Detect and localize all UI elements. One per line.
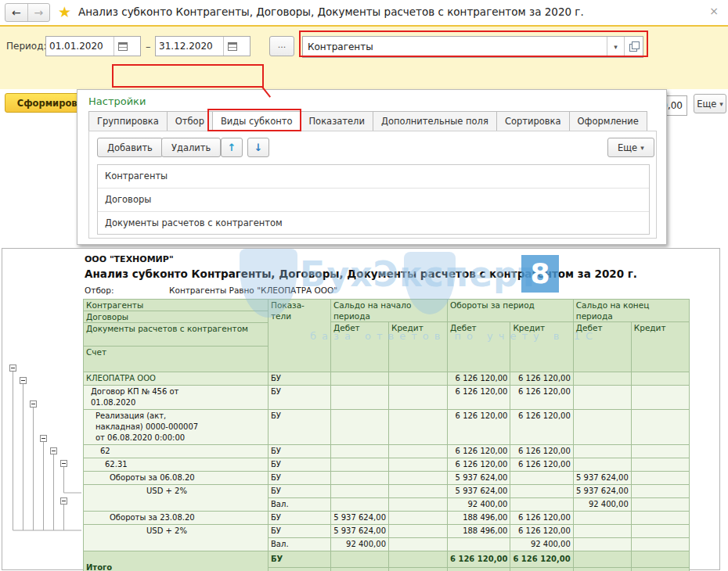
tree-collapse-button[interactable]	[60, 460, 67, 467]
value-cell[interactable]: 188 496,00	[448, 525, 510, 538]
period-from-input[interactable]	[46, 41, 114, 52]
value-cell[interactable]	[389, 472, 448, 485]
value-cell[interactable]	[389, 568, 448, 571]
value-cell[interactable]	[573, 445, 631, 458]
value-cell[interactable]: 92 400,00	[331, 538, 389, 551]
tab-appearance[interactable]: Оформление	[570, 111, 647, 131]
row-name-cell[interactable]: Обороты за 23.08.20	[84, 512, 268, 525]
value-cell[interactable]	[631, 458, 689, 472]
value-cell[interactable]	[331, 498, 389, 512]
forward-icon[interactable]: →	[28, 4, 50, 21]
value-cell[interactable]	[573, 386, 631, 410]
value-cell[interactable]	[510, 485, 573, 498]
value-cell[interactable]	[510, 498, 573, 512]
value-cell[interactable]	[510, 472, 573, 485]
value-cell[interactable]	[389, 386, 448, 410]
tab-grouping[interactable]: Группировка	[88, 111, 168, 131]
value-cell[interactable]: 6 126 120,00	[448, 445, 510, 458]
value-cell[interactable]: 6 126 120,00	[510, 458, 573, 472]
value-cell[interactable]	[389, 445, 448, 458]
list-item[interactable]: Контрагенты	[98, 165, 649, 189]
row-name-cell[interactable]: 62	[84, 445, 268, 458]
value-cell[interactable]: 6 126 120,00	[448, 458, 510, 472]
value-cell[interactable]: 6 126 120,00	[448, 551, 510, 568]
choose-icon[interactable]	[624, 37, 643, 57]
value-cell[interactable]	[389, 512, 448, 525]
row-name-cell[interactable]: Реализация (акт, накладная) 0000-000007 …	[84, 410, 268, 445]
value-cell[interactable]	[573, 410, 631, 445]
value-cell[interactable]	[631, 551, 689, 568]
value-cell[interactable]: 92 400,00	[510, 538, 573, 551]
row-name-cell[interactable]: Обороты за 06.08.20	[84, 472, 268, 485]
value-cell[interactable]	[331, 410, 389, 445]
indicator-cell[interactable]: БУ	[268, 472, 331, 485]
value-cell[interactable]	[389, 458, 448, 472]
value-cell[interactable]: 92 400,00	[448, 568, 510, 571]
delete-button[interactable]: Удалить	[161, 138, 221, 157]
value-cell[interactable]: 5 937 624,00	[573, 472, 631, 485]
row-name-cell[interactable]: USD + 2%	[84, 485, 268, 512]
indicator-cell[interactable]: БУ	[268, 525, 331, 538]
value-cell[interactable]	[631, 498, 689, 512]
indicator-cell[interactable]: БУ	[268, 386, 331, 410]
value-cell[interactable]	[631, 568, 689, 571]
tree-collapse-button[interactable]	[20, 377, 27, 384]
favorite-star-icon[interactable]: ★	[58, 3, 71, 20]
tab-sorting[interactable]: Сортировка	[497, 111, 570, 131]
value-cell[interactable]: 6 126 120,00	[448, 372, 510, 386]
value-cell[interactable]	[631, 525, 689, 538]
move-up-button[interactable]: ↑	[221, 138, 243, 157]
tree-collapse-button[interactable]	[60, 497, 67, 505]
value-cell[interactable]	[389, 410, 448, 445]
value-cell[interactable]	[573, 512, 631, 525]
value-cell[interactable]	[331, 568, 389, 571]
indicator-cell[interactable]: Вал.	[268, 498, 331, 512]
indicator-cell[interactable]: Вал.	[268, 568, 331, 571]
value-cell[interactable]: 6 126 120,00	[510, 525, 573, 538]
value-cell[interactable]	[631, 386, 689, 410]
tab-filter[interactable]: Отбор	[168, 111, 213, 131]
row-name-cell[interactable]: USD + 2%	[84, 525, 268, 551]
indicator-cell[interactable]: БУ	[268, 551, 331, 568]
value-cell[interactable]	[389, 538, 448, 551]
value-cell[interactable]	[389, 551, 448, 568]
value-cell[interactable]	[331, 472, 389, 485]
value-cell[interactable]	[631, 485, 689, 498]
row-name-cell[interactable]: КЛЕОПАТРА ООО	[84, 372, 268, 386]
value-cell[interactable]: 188 496,00	[448, 512, 510, 525]
value-cell[interactable]	[573, 525, 631, 538]
value-cell[interactable]: 5 937 624,00	[573, 485, 631, 498]
tree-collapse-button[interactable]	[40, 435, 47, 442]
move-down-button[interactable]: ↓	[247, 138, 269, 157]
indicator-cell[interactable]: БУ	[268, 410, 331, 445]
value-cell[interactable]: 6 126 120,00	[510, 372, 573, 386]
value-cell[interactable]	[631, 410, 689, 445]
value-cell[interactable]	[631, 445, 689, 458]
calendar-icon[interactable]	[223, 37, 240, 56]
indicator-cell[interactable]: БУ	[268, 485, 331, 498]
indicator-cell[interactable]: БУ	[268, 372, 331, 386]
tree-collapse-button[interactable]	[50, 447, 57, 454]
list-item[interactable]: Договоры	[98, 189, 649, 212]
value-cell[interactable]: 6 126 120,00	[510, 386, 573, 410]
tree-collapse-button[interactable]	[30, 400, 37, 408]
value-cell[interactable]: 92 400,00	[448, 498, 510, 512]
value-cell[interactable]	[448, 538, 510, 551]
value-cell[interactable]	[331, 445, 389, 458]
value-cell[interactable]	[631, 538, 689, 551]
close-icon[interactable]: ×	[709, 5, 719, 17]
period-options-button[interactable]: ...	[269, 36, 294, 56]
value-cell[interactable]: 6 126 120,00	[510, 551, 573, 568]
value-cell[interactable]	[573, 551, 631, 568]
add-button[interactable]: Добавить	[97, 138, 163, 157]
value-cell[interactable]: 6 126 120,00	[448, 410, 510, 445]
value-cell[interactable]: 5 937 624,00	[331, 512, 389, 525]
value-cell[interactable]	[389, 372, 448, 386]
value-cell[interactable]: 6 126 120,00	[510, 445, 573, 458]
row-name-cell[interactable]: Итого	[84, 551, 268, 571]
value-cell[interactable]	[389, 498, 448, 512]
row-name-cell[interactable]: 62.31	[84, 458, 268, 472]
value-cell[interactable]	[331, 386, 389, 410]
more-button-toolbar[interactable]: Еще▾	[694, 94, 726, 113]
period-to-input[interactable]	[156, 41, 223, 52]
